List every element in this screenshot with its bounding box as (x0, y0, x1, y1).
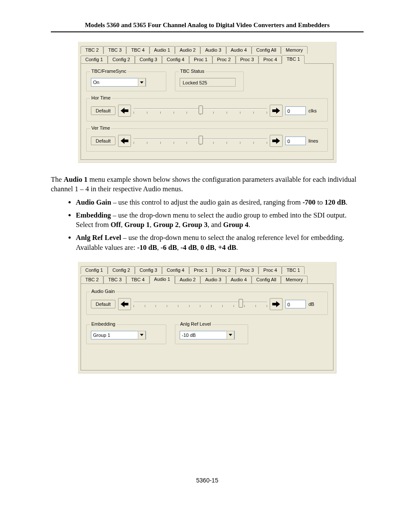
tab-proc1[interactable]: Proc 1 (189, 266, 212, 274)
chevron-down-icon[interactable] (138, 331, 146, 339)
tab-config3[interactable]: Config 3 (135, 56, 162, 63)
tbc-framesync-group: TBC/FrameSync On (86, 72, 166, 91)
chevron-down-icon[interactable] (227, 331, 234, 339)
page-footer: 5360-15 (51, 477, 364, 484)
tab-audio2[interactable]: Audio 2 (175, 46, 200, 54)
bullets: Audio Gain – use this control to adjust … (51, 198, 364, 252)
tab-audio3[interactable]: Audio 3 (200, 46, 226, 54)
tab-proc3[interactable]: Proc 3 (236, 56, 259, 63)
tab-proc1[interactable]: Proc 1 (189, 56, 212, 63)
svg-marker-6 (272, 301, 280, 307)
embedding-legend: Embedding (90, 321, 117, 327)
svg-marker-1 (121, 108, 128, 114)
anlg-ref-legend: Anlg Ref Level (179, 321, 212, 327)
tab-tbc1[interactable]: TBC 1 (282, 55, 305, 64)
tbc1-tabrow-bottom: Config 1 Config 2 Config 3 Config 4 Proc… (78, 54, 336, 63)
tab-proc4[interactable]: Proc 4 (258, 56, 282, 63)
hor-time-default-button[interactable]: Default (91, 106, 115, 115)
embedding-group: Embedding Group 1 (86, 324, 166, 344)
tbc-status-group: TBC Status Locked 525 (175, 72, 244, 91)
tab-tbc4[interactable]: TBC 4 (126, 276, 149, 283)
anlg-ref-group: Anlg Ref Level -10 dB (175, 324, 248, 344)
svg-marker-4 (272, 138, 280, 144)
tab-audio3[interactable]: Audio 3 (200, 276, 226, 283)
bullet-audio-gain: Audio Gain – use this control to adjust … (76, 198, 364, 207)
tab-tbc3[interactable]: TBC 3 (103, 46, 126, 54)
audio-gain-legend: Audio Gain (90, 289, 116, 294)
tab-config3[interactable]: Config 3 (135, 266, 162, 274)
audio-gain-decrement-button[interactable] (118, 298, 131, 310)
audio-gain-increment-button[interactable] (270, 298, 283, 310)
audio-gain-thumb[interactable] (239, 299, 243, 308)
tab-audio1[interactable]: Audio 1 (149, 46, 175, 54)
tab-audio4[interactable]: Audio 4 (226, 276, 252, 283)
audio-gain-value[interactable]: 0 (285, 300, 306, 308)
tbc1-tabbody: TBC/FrameSync On TBC Status Locked 525 H… (81, 63, 333, 160)
anlg-ref-value: -10 dB (180, 333, 227, 338)
ver-time-unit: lines (308, 138, 323, 143)
tab-proc4[interactable]: Proc 4 (258, 266, 282, 274)
tab-config4[interactable]: Config 4 (162, 56, 189, 63)
hor-time-increment-button[interactable] (270, 105, 283, 117)
arrow-left-icon (121, 108, 128, 114)
page-header: Models 5360 and 5365 Four Channel Analog… (51, 22, 364, 32)
tab-tbc3[interactable]: TBC 3 (103, 276, 126, 283)
svg-marker-3 (121, 138, 128, 144)
ver-time-legend: Ver Time (90, 125, 111, 131)
paragraph-audio1: The Audio 1 menu example shown below sho… (51, 175, 364, 194)
tab-memory[interactable]: Memory (281, 46, 308, 54)
tab-tbc2[interactable]: TBC 2 (81, 276, 103, 283)
tab-config1[interactable]: Config 1 (81, 266, 108, 274)
tab-tbc4[interactable]: TBC 4 (126, 46, 149, 54)
tbc1-panel: TBC 2 TBC 3 TBC 4 Audio 1 Audio 2 Audio … (78, 42, 336, 163)
svg-marker-0 (140, 81, 143, 84)
tab-configall[interactable]: Config All (252, 46, 281, 54)
tab-proc2[interactable]: Proc 2 (212, 56, 236, 63)
audio-gain-default-button[interactable]: Default (91, 300, 115, 308)
ver-time-slider[interactable] (134, 135, 267, 147)
tab-config1[interactable]: Config 1 (81, 56, 108, 63)
tab-proc3[interactable]: Proc 3 (236, 266, 259, 274)
tab-config2[interactable]: Config 2 (108, 56, 135, 63)
tab-audio2[interactable]: Audio 2 (175, 276, 200, 283)
tab-configall[interactable]: Config All (252, 276, 281, 283)
tab-audio4[interactable]: Audio 4 (226, 46, 252, 54)
tab-config4[interactable]: Config 4 (162, 266, 189, 274)
tab-proc2[interactable]: Proc 2 (212, 266, 236, 274)
anlg-ref-dropdown[interactable]: -10 dB (180, 331, 235, 339)
ver-time-thumb[interactable] (199, 136, 203, 144)
chevron-down-icon[interactable] (138, 78, 146, 87)
arrow-left-icon (121, 301, 128, 307)
tab-tbc2[interactable]: TBC 2 (81, 46, 103, 54)
tbc-framesync-value: On (91, 80, 138, 85)
svg-marker-2 (272, 108, 280, 114)
hor-time-thumb[interactable] (199, 106, 203, 114)
tab-memory[interactable]: Memory (281, 276, 308, 283)
tbc-status-legend: TBC Status (179, 68, 206, 74)
arrow-right-icon (272, 301, 280, 307)
audio1-tabrow-bottom: TBC 2 TBC 3 TBC 4 Audio 1 Audio 2 Audio … (78, 274, 336, 283)
ver-time-increment-button[interactable] (270, 135, 283, 147)
tab-config2[interactable]: Config 2 (108, 266, 135, 274)
svg-marker-8 (229, 334, 232, 336)
tbc-framesync-dropdown[interactable]: On (91, 78, 146, 87)
tab-tbc1[interactable]: TBC 1 (282, 266, 305, 274)
ver-time-value[interactable]: 0 (285, 137, 306, 145)
arrow-right-icon (272, 108, 280, 114)
ver-time-decrement-button[interactable] (118, 135, 131, 147)
tbc1-tabrow-top: TBC 2 TBC 3 TBC 4 Audio 1 Audio 2 Audio … (78, 42, 336, 54)
svg-marker-7 (140, 334, 143, 336)
hor-time-group: Hor Time Default 0 clks (86, 98, 328, 121)
hor-time-decrement-button[interactable] (118, 105, 131, 117)
arrow-right-icon (272, 138, 280, 144)
hor-time-value[interactable]: 0 (285, 106, 306, 115)
hor-time-slider[interactable] (134, 105, 267, 117)
audio1-tabbody: Audio Gain Default 0 dB (81, 283, 333, 370)
ver-time-default-button[interactable]: Default (91, 137, 115, 145)
tab-audio1[interactable]: Audio 1 (149, 275, 175, 284)
svg-marker-5 (121, 301, 128, 307)
tbc-status-value: Locked 525 (180, 78, 236, 87)
embedding-dropdown[interactable]: Group 1 (91, 331, 146, 339)
hor-time-legend: Hor Time (90, 95, 112, 100)
audio-gain-slider[interactable] (134, 298, 267, 310)
